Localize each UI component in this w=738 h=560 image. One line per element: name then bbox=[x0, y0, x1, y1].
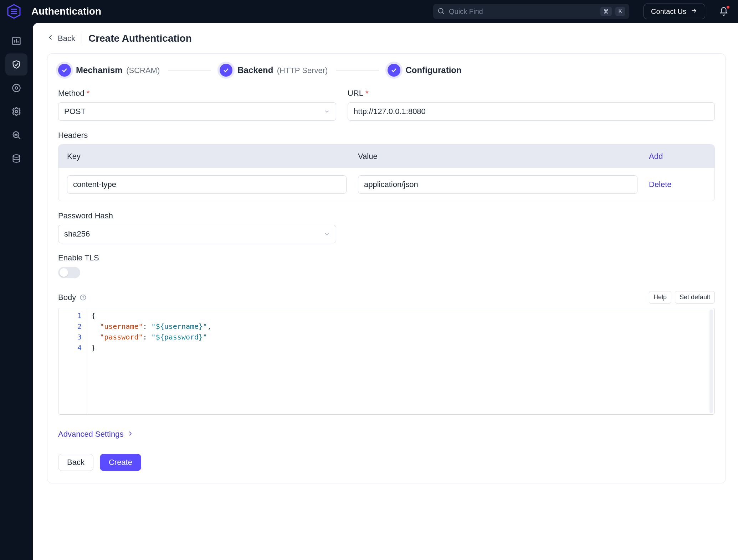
help-icon[interactable] bbox=[80, 294, 87, 301]
required-mark: * bbox=[86, 89, 89, 98]
contact-us-button[interactable]: Contact Us bbox=[644, 4, 705, 19]
stepper-line bbox=[168, 70, 211, 71]
nav-connections[interactable] bbox=[5, 77, 27, 99]
stepper: Mechanism (SCRAM) Backend (HTTP Server) bbox=[58, 64, 715, 77]
check-icon bbox=[388, 64, 400, 77]
header-value-input[interactable] bbox=[364, 180, 631, 189]
code-gutter: 1234 bbox=[58, 308, 87, 414]
search-box[interactable]: ⌘ K bbox=[433, 4, 629, 19]
method-value: POST bbox=[64, 107, 86, 116]
hash-select[interactable]: sha256 bbox=[58, 225, 336, 243]
chevron-left-icon bbox=[47, 34, 54, 43]
step-configuration[interactable]: Configuration bbox=[388, 64, 461, 77]
search-input[interactable] bbox=[449, 7, 597, 16]
nav-dashboard[interactable] bbox=[5, 30, 27, 52]
headers-label: Headers bbox=[58, 131, 88, 140]
url-input-wrap[interactable] bbox=[348, 102, 715, 121]
svg-line-15 bbox=[18, 137, 20, 139]
nav-security[interactable] bbox=[5, 53, 27, 76]
svg-point-12 bbox=[13, 84, 20, 92]
step1-sub: (SCRAM) bbox=[126, 66, 160, 75]
page-title: Create Authentication bbox=[88, 33, 192, 44]
set-default-button[interactable]: Set default bbox=[675, 291, 715, 304]
hash-value: sha256 bbox=[64, 229, 90, 239]
chevron-right-icon bbox=[127, 430, 133, 439]
nav-diagnostics[interactable] bbox=[5, 124, 27, 146]
back-link[interactable]: Back bbox=[47, 34, 75, 43]
step1-label: Mechanism bbox=[76, 65, 123, 75]
body-label: Body bbox=[58, 293, 76, 302]
help-button[interactable]: Help bbox=[649, 291, 671, 304]
notifications-button[interactable] bbox=[718, 6, 729, 17]
check-icon bbox=[58, 64, 71, 77]
headers-col-value: Value bbox=[358, 152, 649, 161]
headers-add-link[interactable]: Add bbox=[649, 152, 706, 161]
notification-dot bbox=[726, 5, 730, 9]
kbd-k: K bbox=[615, 7, 625, 16]
step2-sub: (HTTP Server) bbox=[277, 66, 328, 75]
step-mechanism[interactable]: Mechanism (SCRAM) bbox=[58, 64, 160, 77]
code-content[interactable]: { "username": "${username}", "password":… bbox=[87, 308, 216, 414]
back-label: Back bbox=[58, 34, 75, 43]
advanced-settings-label: Advanced Settings bbox=[58, 430, 123, 439]
check-icon bbox=[220, 64, 232, 77]
header-key-input-wrap[interactable] bbox=[67, 175, 347, 194]
chevron-down-icon bbox=[324, 231, 330, 237]
sidenav bbox=[0, 23, 33, 560]
header-value-input-wrap[interactable] bbox=[358, 175, 637, 194]
svg-point-18 bbox=[83, 299, 83, 299]
breadcrumb-divider bbox=[82, 34, 82, 43]
header-delete-link[interactable]: Delete bbox=[649, 180, 706, 189]
nav-clusters[interactable] bbox=[5, 147, 27, 170]
kbd-cmd: ⌘ bbox=[600, 7, 612, 16]
step3-label: Configuration bbox=[405, 65, 461, 75]
breadcrumb: Back Create Authentication bbox=[47, 33, 726, 44]
content-area: Back Create Authentication Mechanism (SC… bbox=[33, 23, 738, 560]
svg-point-13 bbox=[15, 110, 18, 113]
topbar: Authentication ⌘ K Contact Us bbox=[0, 0, 738, 23]
arrow-right-icon bbox=[691, 7, 698, 16]
required-mark: * bbox=[365, 89, 369, 98]
app-title: Authentication bbox=[31, 6, 101, 17]
back-button[interactable]: Back bbox=[58, 454, 93, 471]
search-icon bbox=[437, 7, 445, 15]
method-label: Method bbox=[58, 89, 84, 98]
stepper-line bbox=[336, 70, 379, 71]
step-backend[interactable]: Backend (HTTP Server) bbox=[220, 64, 328, 77]
form-card: Mechanism (SCRAM) Backend (HTTP Server) bbox=[47, 53, 726, 483]
svg-point-16 bbox=[13, 155, 20, 157]
headers-col-key: Key bbox=[67, 152, 358, 161]
svg-point-11 bbox=[15, 87, 18, 89]
step2-label: Backend bbox=[237, 65, 273, 75]
body-code-editor[interactable]: 1234 { "username": "${username}", "passw… bbox=[58, 308, 715, 415]
advanced-settings-link[interactable]: Advanced Settings bbox=[58, 430, 715, 439]
tls-label: Enable TLS bbox=[58, 253, 99, 263]
nav-settings[interactable] bbox=[5, 100, 27, 123]
url-label: URL bbox=[348, 89, 363, 98]
tls-toggle[interactable] bbox=[58, 267, 80, 278]
method-select[interactable]: POST bbox=[58, 102, 336, 121]
create-button[interactable]: Create bbox=[100, 454, 141, 471]
header-key-input[interactable] bbox=[73, 180, 340, 189]
svg-line-5 bbox=[442, 12, 444, 14]
chevron-down-icon bbox=[324, 108, 330, 115]
app-logo[interactable] bbox=[6, 4, 21, 19]
svg-point-4 bbox=[439, 9, 443, 13]
headers-row: Delete bbox=[58, 168, 714, 201]
url-input[interactable] bbox=[354, 107, 709, 116]
hash-label: Password Hash bbox=[58, 211, 113, 221]
headers-box: Key Value Add Delete bbox=[58, 144, 715, 201]
contact-us-label: Contact Us bbox=[651, 7, 686, 16]
